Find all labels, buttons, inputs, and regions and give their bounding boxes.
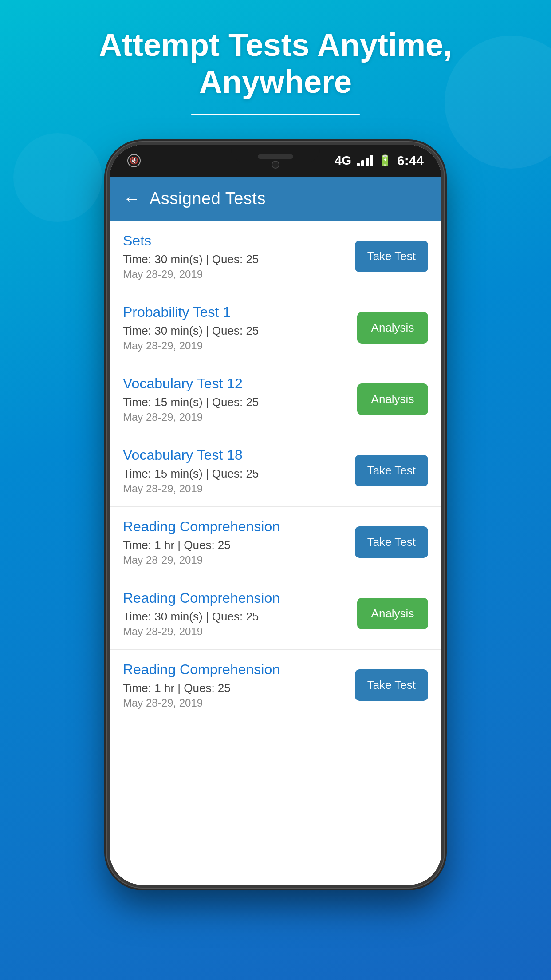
network-label: 4G [335,154,351,168]
test-info: Vocabulary Test 12Time: 15 min(s) | Ques… [123,375,357,423]
test-name: Vocabulary Test 12 [123,375,357,392]
hero-section: Attempt Tests Anytime, Anywhere [0,0,551,133]
analysis-button[interactable]: Analysis [357,312,428,344]
test-name: Reading Comprehension [123,590,357,606]
test-item: Vocabulary Test 12Time: 15 min(s) | Ques… [110,364,441,435]
test-name: Sets [123,233,355,249]
hero-title: Attempt Tests Anytime, Anywhere [0,27,551,100]
test-item: Reading ComprehensionTime: 1 hr | Ques: … [110,507,441,578]
page-title: Assigned Tests [150,189,266,208]
take-test-button[interactable]: Take Test [355,241,428,272]
test-date: May 28-29, 2019 [123,411,357,423]
test-item: SetsTime: 30 min(s) | Ques: 25May 28-29,… [110,221,441,292]
analysis-button[interactable]: Analysis [357,383,428,415]
take-test-button[interactable]: Take Test [355,669,428,701]
test-date: May 28-29, 2019 [123,554,355,566]
test-name: Probability Test 1 [123,304,357,320]
phone-frame: 🔇 4G 🔋 6:44 ← [107,142,444,888]
test-item: Reading ComprehensionTime: 30 min(s) | Q… [110,578,441,650]
app-header: ← Assigned Tests [110,177,441,221]
test-meta: Time: 1 hr | Ques: 25 [123,681,355,695]
phone-screen: 🔇 4G 🔋 6:44 ← [110,145,441,885]
test-meta: Time: 30 min(s) | Ques: 25 [123,610,357,624]
test-name: Reading Comprehension [123,661,355,678]
test-name: Reading Comprehension [123,518,355,535]
test-date: May 28-29, 2019 [123,697,355,709]
test-date: May 28-29, 2019 [123,268,355,281]
volume-icon: 🔇 [127,154,141,167]
test-info: SetsTime: 30 min(s) | Ques: 25May 28-29,… [123,233,355,281]
notch-area [258,153,293,169]
time-display: 6:44 [397,153,424,168]
test-info: Reading ComprehensionTime: 1 hr | Ques: … [123,661,355,709]
test-meta: Time: 30 min(s) | Ques: 25 [123,324,357,338]
test-item: Vocabulary Test 18Time: 15 min(s) | Ques… [110,435,441,507]
analysis-button[interactable]: Analysis [357,598,428,629]
test-info: Probability Test 1Time: 30 min(s) | Ques… [123,304,357,352]
test-info: Vocabulary Test 18Time: 15 min(s) | Ques… [123,447,355,495]
test-date: May 28-29, 2019 [123,482,355,495]
test-meta: Time: 15 min(s) | Ques: 25 [123,467,355,481]
front-camera [272,161,279,169]
test-name: Vocabulary Test 18 [123,447,355,463]
speaker-grill [258,154,293,159]
test-list: SetsTime: 30 min(s) | Ques: 25May 28-29,… [110,221,441,885]
take-test-button[interactable]: Take Test [355,455,428,486]
test-date: May 28-29, 2019 [123,625,357,638]
phone-side-button [443,278,444,322]
test-info: Reading ComprehensionTime: 1 hr | Ques: … [123,518,355,566]
back-button[interactable]: ← [123,189,141,209]
hero-divider [191,114,360,115]
test-info: Reading ComprehensionTime: 30 min(s) | Q… [123,590,357,638]
test-item: Probability Test 1Time: 30 min(s) | Ques… [110,292,441,364]
test-meta: Time: 1 hr | Ques: 25 [123,538,355,552]
take-test-button[interactable]: Take Test [355,526,428,558]
test-date: May 28-29, 2019 [123,340,357,352]
test-meta: Time: 15 min(s) | Ques: 25 [123,395,357,409]
status-left: 🔇 [127,154,141,167]
signal-bars [357,155,373,166]
battery-icon: 🔋 [378,154,392,167]
status-right: 4G 🔋 6:44 [335,153,424,168]
test-meta: Time: 30 min(s) | Ques: 25 [123,253,355,266]
test-item: Reading ComprehensionTime: 1 hr | Ques: … [110,650,441,721]
